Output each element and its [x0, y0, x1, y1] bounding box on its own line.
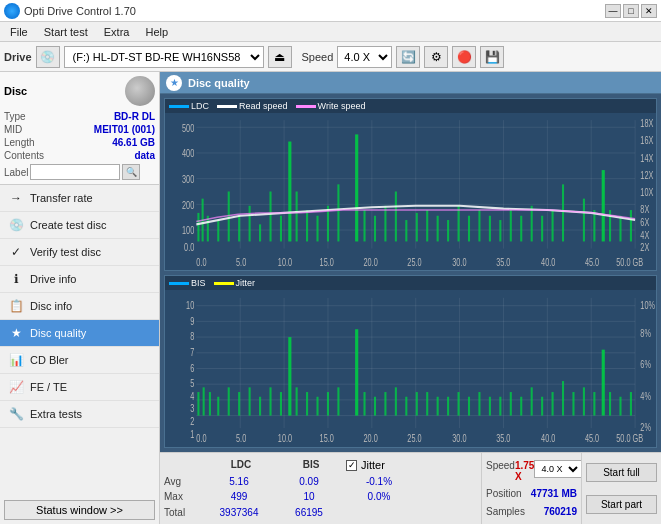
status-window-btn[interactable]: Status window >>	[4, 500, 155, 520]
chart-bottom: BIS Jitter	[164, 275, 657, 448]
svg-text:200: 200	[182, 199, 194, 210]
svg-rect-54	[602, 170, 605, 241]
svg-text:16X: 16X	[640, 135, 653, 146]
save-btn[interactable]: 💾	[480, 46, 504, 68]
jitter-checkbox[interactable]: ✓	[346, 460, 357, 471]
svg-rect-38	[426, 210, 428, 241]
svg-rect-113	[296, 387, 298, 415]
disc-label-input[interactable]	[30, 164, 120, 180]
start-full-button[interactable]: Start full	[586, 463, 657, 482]
start-part-button[interactable]: Start part	[586, 495, 657, 514]
svg-text:6X: 6X	[640, 217, 649, 228]
svg-text:10.0: 10.0	[278, 257, 292, 268]
menu-extra[interactable]: Extra	[98, 25, 136, 39]
app-title: Opti Drive Control 1.70	[24, 5, 136, 17]
svg-text:1: 1	[190, 428, 194, 440]
menu-start-test[interactable]: Start test	[38, 25, 94, 39]
svg-text:40.0: 40.0	[541, 433, 555, 445]
menu-bar: File Start test Extra Help	[0, 22, 661, 42]
info-speed: Speed 1.75 X 4.0 X Position 47731 MB Sam…	[481, 453, 581, 524]
svg-text:8: 8	[190, 331, 194, 343]
position-val: 47731 MB	[531, 488, 577, 499]
svg-rect-130	[478, 392, 480, 416]
svg-text:10X: 10X	[640, 187, 653, 198]
menu-help[interactable]: Help	[139, 25, 174, 39]
svg-rect-135	[531, 387, 533, 415]
svg-rect-145	[630, 392, 632, 416]
sidebar-item-create-test-disc[interactable]: 💿 Create test disc	[0, 212, 159, 239]
svg-text:2X: 2X	[640, 242, 649, 253]
sidebar-item-verify-test-disc[interactable]: ✓ Verify test disc	[0, 239, 159, 266]
svg-rect-51	[562, 184, 564, 241]
drive-label: Drive	[4, 51, 32, 63]
chart-top-area: 500 400 300 200 100 0.0 18X 16X 14X 12X …	[165, 113, 656, 270]
disc-length-row: Length 46.61 GB	[4, 136, 155, 149]
svg-rect-129	[468, 397, 470, 416]
avg-label: Avg	[164, 476, 204, 487]
avg-ldc: 5.16	[204, 476, 274, 487]
speed-info-select[interactable]: 4.0 X	[534, 460, 582, 478]
svg-text:100: 100	[182, 225, 194, 236]
settings-btn[interactable]: ⚙	[424, 46, 448, 68]
avg-row: Avg 5.16 0.09 -0.1%	[164, 476, 477, 487]
stats-header: LDC BIS ✓ Jitter	[164, 459, 477, 471]
svg-rect-19	[228, 192, 230, 242]
svg-rect-128	[458, 392, 460, 416]
legend-write-speed: Write speed	[296, 101, 366, 111]
title-bar-left: Opti Drive Control 1.70	[4, 3, 136, 19]
sidebar-item-label: CD Bler	[30, 354, 69, 366]
bis-color	[169, 282, 189, 285]
svg-rect-119	[363, 392, 365, 416]
sidebar-item-extra-tests[interactable]: 🔧 Extra tests	[0, 401, 159, 428]
sidebar-item-disc-info[interactable]: 📋 Disc info	[0, 293, 159, 320]
refresh-btn[interactable]: 🔄	[396, 46, 420, 68]
svg-text:4X: 4X	[640, 229, 649, 240]
svg-rect-110	[269, 387, 271, 415]
disc-mid-val: MEIT01 (001)	[94, 124, 155, 135]
maximize-button[interactable]: □	[623, 4, 639, 18]
svg-rect-48	[531, 206, 533, 242]
jitter-col-header: Jitter	[361, 459, 385, 471]
svg-text:30.0: 30.0	[452, 433, 466, 445]
svg-rect-47	[520, 216, 522, 242]
svg-text:500: 500	[182, 122, 194, 133]
sidebar-item-fe-te[interactable]: 📈 FE / TE	[0, 374, 159, 401]
svg-rect-50	[552, 210, 554, 241]
read-speed-color	[217, 105, 237, 108]
jitter-label: Jitter	[236, 278, 256, 288]
sidebar-item-disc-quality[interactable]: ★ Disc quality	[0, 320, 159, 347]
drive-select[interactable]: (F:) HL-DT-ST BD-RE WH16NS58 TST4	[64, 46, 264, 68]
total-ldc: 3937364	[204, 507, 274, 518]
disc-type-row: Type BD-R DL	[4, 110, 155, 123]
disc-label-row: Label 🔍	[4, 164, 155, 180]
ldc-label: LDC	[191, 101, 209, 111]
app-logo	[4, 3, 20, 19]
legend-bis: BIS	[169, 278, 206, 288]
sidebar: Disc Type BD-R DL MID MEIT01 (001) Lengt…	[0, 72, 160, 524]
speed-select[interactable]: 4.0 X	[337, 46, 392, 68]
sidebar-item-transfer-rate[interactable]: → Transfer rate	[0, 185, 159, 212]
svg-text:400: 400	[182, 148, 194, 159]
close-button[interactable]: ✕	[641, 4, 657, 18]
menu-file[interactable]: File	[4, 25, 34, 39]
svg-text:50.0 GB: 50.0 GB	[616, 257, 643, 268]
drive-icon-btn[interactable]: 💿	[36, 46, 60, 68]
disc-label-btn[interactable]: 🔍	[122, 164, 140, 180]
color-btn[interactable]: 🔴	[452, 46, 476, 68]
sidebar-item-drive-info[interactable]: ℹ Drive info	[0, 266, 159, 293]
sidebar-item-cd-bler[interactable]: 📊 CD Bler	[0, 347, 159, 374]
svg-rect-34	[384, 206, 386, 242]
eject-btn[interactable]: ⏏	[268, 46, 292, 68]
svg-rect-111	[280, 392, 282, 416]
svg-text:8X: 8X	[640, 204, 649, 215]
svg-rect-39	[437, 216, 439, 242]
svg-rect-105	[217, 397, 219, 416]
position-row: Position 47731 MB	[486, 488, 577, 499]
minimize-button[interactable]: —	[605, 4, 621, 18]
max-row: Max 499 10 0.0%	[164, 491, 477, 502]
svg-rect-25	[288, 142, 291, 242]
svg-rect-46	[510, 210, 512, 241]
svg-rect-122	[395, 387, 397, 415]
svg-text:25.0: 25.0	[407, 257, 421, 268]
svg-rect-117	[337, 387, 339, 415]
